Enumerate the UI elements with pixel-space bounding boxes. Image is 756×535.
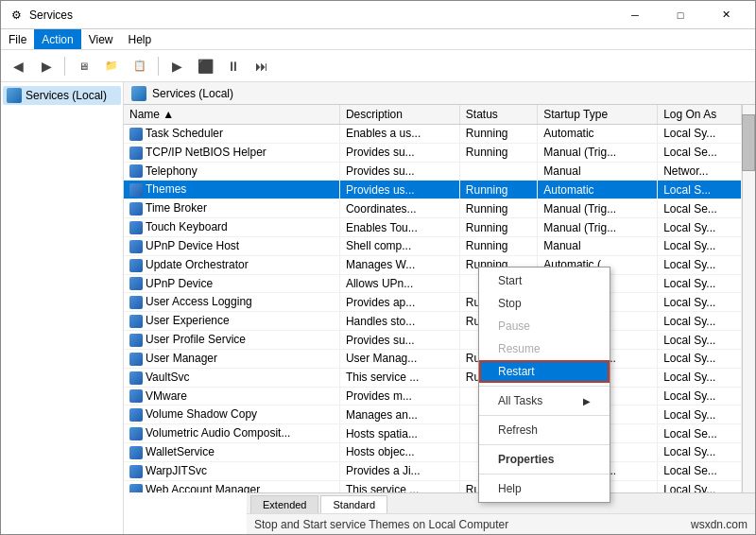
col-description[interactable]: Description	[339, 105, 459, 125]
ctx-all-tasks-label: All Tasks	[498, 394, 542, 407]
service-startup-cell: Manual (Trig...	[538, 199, 658, 218]
ctx-start[interactable]: Start	[479, 269, 610, 292]
services-table: Name ▲ Description Status Startup Type L…	[124, 105, 742, 492]
menu-action[interactable]: Action	[34, 29, 80, 49]
menu-view[interactable]: View	[81, 29, 121, 49]
play-button[interactable]: ▶	[163, 53, 190, 79]
service-description-cell: Provides a Ji...	[339, 461, 459, 480]
show-console-button[interactable]: 🖥	[70, 53, 96, 79]
table-row[interactable]: Web Account ManagerThis service ...Runni…	[124, 480, 742, 492]
service-status-cell: Running	[459, 125, 537, 144]
col-name[interactable]: Name ▲	[124, 105, 339, 125]
col-logon[interactable]: Log On As	[658, 105, 742, 125]
service-row-icon	[129, 446, 143, 459]
menu-help[interactable]: Help	[121, 29, 160, 49]
service-logon-cell: Local Sy...	[658, 218, 742, 237]
table-row[interactable]: User Profile ServiceProvides su...Disabl…	[124, 331, 742, 350]
ctx-submenu-arrow: ▶	[583, 396, 591, 406]
service-row-icon	[129, 202, 143, 216]
table-row[interactable]: Volumetric Audio Composit...Hosts spatia…	[124, 424, 742, 443]
service-description-cell: This service ...	[339, 480, 459, 492]
app-window: ⚙ Services ─ □ ✕ File Action View Help ◀…	[0, 0, 756, 535]
app-icon: ⚙	[9, 8, 24, 23]
table-row[interactable]: WarpJITSvcProvides a Ji...Manual (Trig..…	[124, 461, 742, 480]
menu-file[interactable]: File	[1, 29, 34, 49]
service-name-cell: User Access Logging	[124, 293, 339, 312]
table-row[interactable]: TCP/IP NetBIOS HelperProvides su...Runni…	[124, 143, 742, 162]
table-row[interactable]: Touch KeyboardEnables Tou...RunningManua…	[124, 218, 742, 237]
table-row[interactable]: TelephonyProvides su...ManualNetwor...	[124, 162, 742, 181]
service-description-cell: Allows UPn...	[339, 274, 459, 293]
service-row-icon	[129, 164, 143, 178]
table-row[interactable]: User ExperienceHandles sto...RunningManu…	[124, 312, 742, 331]
ctx-help[interactable]: Help	[479, 477, 610, 500]
right-content: Services (Local) Name ▲ Description Stat…	[124, 82, 755, 534]
back-button[interactable]: ◀	[5, 53, 31, 79]
service-row-icon	[129, 427, 143, 440]
stop-button[interactable]: ⬛	[192, 53, 218, 79]
table-row[interactable]: User Access LoggingProvides ap...Running…	[124, 293, 742, 312]
restart-button[interactable]: ⏭	[249, 53, 275, 79]
table-row[interactable]: UPnP Device HostShell comp...RunningManu…	[124, 236, 742, 255]
table-row[interactable]: Task SchedulerEnables a us...RunningAuto…	[124, 125, 742, 144]
table-row[interactable]: UPnP DeviceAllows UPn...ManualLocal Sy..…	[124, 274, 742, 293]
service-logon-cell: Local Sy...	[658, 293, 742, 312]
toolbar-separator-1	[64, 57, 65, 76]
col-status[interactable]: Status	[459, 105, 537, 125]
table-row[interactable]: ThemesProvides us...RunningAutomaticLoca…	[124, 181, 742, 199]
maximize-button[interactable]: □	[659, 1, 702, 29]
service-row-icon	[129, 221, 143, 234]
service-row-icon	[129, 183, 143, 197]
table-row[interactable]: Volume Shadow CopyManages an...ManualLoc…	[124, 406, 742, 424]
service-logon-cell: Local Se...	[658, 461, 742, 480]
service-logon-cell: Local Sy...	[658, 236, 742, 255]
tab-standard[interactable]: Standard	[320, 495, 387, 514]
scrollbar-thumb[interactable]	[742, 114, 755, 171]
close-button[interactable]: ✕	[704, 1, 747, 29]
service-name-cell: User Experience	[124, 312, 339, 331]
table-row[interactable]: User ManagerUser Manag...RunningAutomati…	[124, 349, 742, 368]
table-row[interactable]: Time BrokerCoordinates...RunningManual (…	[124, 199, 742, 218]
ctx-refresh[interactable]: Refresh	[479, 419, 610, 441]
vertical-scrollbar[interactable]	[742, 105, 755, 492]
service-name-cell: WarpJITSvc	[124, 461, 339, 480]
service-startup-cell: Manual (Trig...	[538, 143, 658, 162]
nav-services-local[interactable]: Services (Local)	[3, 86, 121, 105]
ctx-properties[interactable]: Properties	[479, 448, 610, 471]
table-row[interactable]: WalletServiceHosts objec...ManualLocal S…	[124, 443, 742, 462]
tab-extended[interactable]: Extended	[250, 495, 318, 513]
service-name-cell: Update Orchestrator	[124, 255, 339, 274]
col-startup[interactable]: Startup Type	[538, 105, 658, 125]
services-table-wrapper[interactable]: Name ▲ Description Status Startup Type L…	[124, 105, 755, 492]
title-bar: ⚙ Services ─ □ ✕	[1, 1, 755, 29]
minimize-button[interactable]: ─	[613, 1, 657, 29]
table-row[interactable]: VMwareProvides m...ManualLocal Sy...	[124, 387, 742, 406]
ctx-all-tasks[interactable]: All Tasks ▶	[479, 389, 610, 412]
service-logon-cell: Local Sy...	[658, 349, 742, 368]
pause-button[interactable]: ⏸	[220, 53, 247, 79]
table-row[interactable]: Update OrchestratorManages W...RunningAu…	[124, 255, 742, 274]
nav-services-icon	[7, 88, 22, 103]
folder-button[interactable]: 📁	[98, 53, 125, 79]
service-logon-cell: Local Sy...	[658, 312, 742, 331]
menu-bar: File Action View Help	[1, 29, 755, 50]
ctx-restart[interactable]: Restart	[479, 360, 610, 383]
service-status-cell: Running	[459, 181, 537, 199]
service-row-icon	[129, 147, 143, 160]
service-description-cell: User Manag...	[339, 349, 459, 368]
ctx-separator-1	[479, 386, 610, 387]
service-name-cell: Touch Keyboard	[124, 218, 339, 237]
service-name-cell: WalletService	[124, 443, 339, 462]
service-description-cell: Provides su...	[339, 331, 459, 350]
service-row-icon	[129, 408, 143, 422]
table-row[interactable]: VaultSvcThis service ...RunningAutomatic…	[124, 368, 742, 387]
right-header: Services (Local)	[124, 82, 755, 105]
service-logon-cell: Networ...	[658, 162, 742, 181]
ctx-stop[interactable]: Stop	[479, 292, 610, 315]
ctx-separator-3	[479, 444, 610, 445]
forward-button[interactable]: ▶	[33, 53, 60, 79]
service-row-icon	[129, 277, 143, 290]
service-name-cell: VaultSvc	[124, 368, 339, 387]
properties-button[interactable]: 📋	[127, 53, 153, 79]
service-logon-cell: Local Se...	[658, 199, 742, 218]
